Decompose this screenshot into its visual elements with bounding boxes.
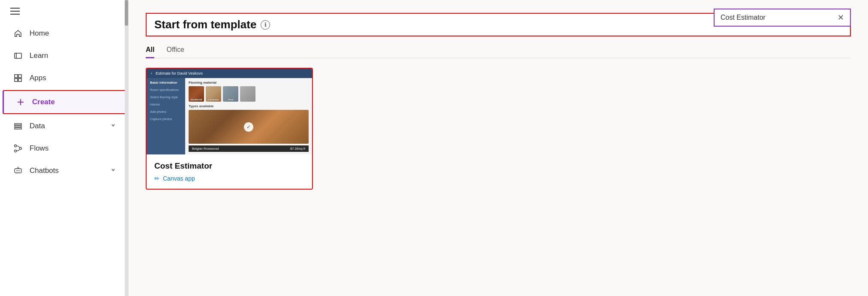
svg-point-13 — [15, 150, 17, 152]
sidebar-nav: Home Learn Apps — [0, 22, 128, 296]
app-preview-body: Basic information Room specifications Se… — [147, 78, 312, 154]
template-card-cost-estimator[interactable]: ‹ Estimate for David Veskovo Basic infor… — [146, 68, 313, 190]
template-grid: ‹ Estimate for David Veskovo Basic infor… — [146, 68, 851, 190]
search-bar: ✕ — [714, 9, 851, 27]
app-preview: ‹ Estimate for David Veskovo Basic infor… — [147, 69, 312, 154]
sidebar-item-data-label: Data — [30, 122, 45, 130]
sidebar-item-data[interactable]: Data — [0, 115, 128, 137]
svg-rect-3 — [18, 75, 21, 78]
svg-point-12 — [20, 148, 22, 150]
app-materials-row: Hardwood Laminate Vinyl — [189, 86, 309, 102]
data-icon — [13, 122, 23, 130]
app-sidebar-interior: Interior — [150, 103, 182, 106]
apps-icon — [13, 74, 23, 82]
sidebar-scrollbar-thumb[interactable] — [125, 0, 128, 26]
app-preview-back-icon: ‹ — [151, 71, 152, 76]
app-sidebar-basic-info: Basic information — [150, 81, 182, 85]
flows-icon — [13, 144, 23, 153]
info-icon[interactable]: ℹ — [261, 20, 270, 30]
svg-rect-4 — [15, 79, 18, 82]
svg-rect-0 — [15, 53, 21, 58]
sidebar-item-home-label: Home — [30, 29, 49, 38]
chatbots-chevron-icon — [110, 166, 116, 175]
tab-all[interactable]: All — [146, 46, 154, 58]
material-vinyl: Vinyl — [223, 86, 238, 102]
app-checkmark-icon: ✓ — [244, 122, 253, 132]
sidebar-item-apps-label: Apps — [30, 74, 46, 82]
home-icon — [13, 29, 23, 38]
svg-rect-2 — [15, 75, 18, 78]
template-card-type: ✏ Canvas app — [154, 175, 304, 182]
sidebar-item-flows-label: Flows — [30, 144, 48, 153]
template-card-title: Cost Estimator — [154, 161, 304, 171]
template-card-image: ‹ Estimate for David Veskovo Basic infor… — [147, 69, 312, 154]
data-chevron-icon — [110, 122, 116, 130]
sidebar-item-learn-label: Learn — [30, 51, 48, 60]
svg-point-15 — [16, 170, 17, 171]
app-preview-title: Estimate for David Veskovo — [156, 71, 203, 76]
sidebar: Home Learn Apps — [0, 0, 129, 296]
app-preview-content: Flooring material Hardwood Laminate Viny… — [185, 78, 312, 154]
material-hardwood: Hardwood — [189, 86, 204, 102]
sidebar-item-create[interactable]: Create — [3, 90, 126, 114]
menu-button[interactable] — [0, 0, 128, 22]
app-price-label: Belgian Rosewood — [192, 147, 219, 151]
svg-rect-5 — [18, 79, 21, 82]
sidebar-scrollbar[interactable] — [125, 0, 128, 296]
svg-rect-8 — [15, 124, 21, 125]
svg-point-19 — [18, 167, 18, 168]
app-sidebar-capture: Capture photos — [150, 117, 182, 121]
sidebar-item-learn[interactable]: Learn — [0, 45, 128, 67]
sidebar-item-apps[interactable]: Apps — [0, 67, 128, 89]
tab-office[interactable]: Office — [166, 46, 184, 58]
app-price-value: $7.39/sq ft — [290, 147, 305, 151]
svg-rect-9 — [15, 126, 21, 127]
main-content: ✕ Start from template ℹ All Office ‹ E — [129, 0, 868, 296]
sidebar-item-chatbots-label: Chatbots — [30, 166, 59, 175]
template-card-type-label: Canvas app — [163, 175, 195, 182]
svg-point-16 — [18, 170, 18, 171]
app-big-wood-panel: ✓ — [189, 110, 309, 144]
sidebar-item-chatbots[interactable]: Chatbots — [0, 160, 128, 182]
svg-point-11 — [15, 145, 17, 147]
learn-icon — [13, 51, 23, 60]
search-input[interactable] — [721, 14, 838, 21]
material-laminate: Laminate — [206, 86, 221, 102]
pencil-icon: ✏ — [154, 175, 159, 182]
hamburger-icon — [10, 8, 20, 15]
app-sidebar-flooring: Select flooring style — [150, 95, 182, 99]
search-clear-button[interactable]: ✕ — [838, 13, 844, 22]
types-available-label: Types available — [189, 104, 309, 108]
sidebar-item-home[interactable]: Home — [0, 22, 128, 45]
material-extra — [240, 86, 255, 102]
sidebar-item-flows[interactable]: Flows — [0, 137, 128, 160]
app-sidebar-room-specs: Room specifications — [150, 88, 182, 92]
app-price-bar: Belgian Rosewood $7.39/sq ft — [189, 145, 309, 152]
app-preview-header: ‹ Estimate for David Veskovo — [147, 69, 312, 78]
app-flooring-label: Flooring material — [189, 81, 309, 85]
app-sidebar-add-photos: Add photos — [150, 110, 182, 114]
app-preview-sidebar: Basic information Room specifications Se… — [147, 78, 185, 154]
chatbots-icon — [13, 166, 23, 175]
template-tabs: All Office — [146, 46, 851, 58]
svg-point-17 — [19, 170, 20, 171]
create-icon — [16, 98, 25, 106]
svg-rect-10 — [15, 128, 21, 129]
sidebar-item-create-label: Create — [32, 98, 55, 106]
template-card-body: Cost Estimator ✏ Canvas app — [147, 154, 312, 189]
section-title: Start from template — [154, 18, 256, 31]
